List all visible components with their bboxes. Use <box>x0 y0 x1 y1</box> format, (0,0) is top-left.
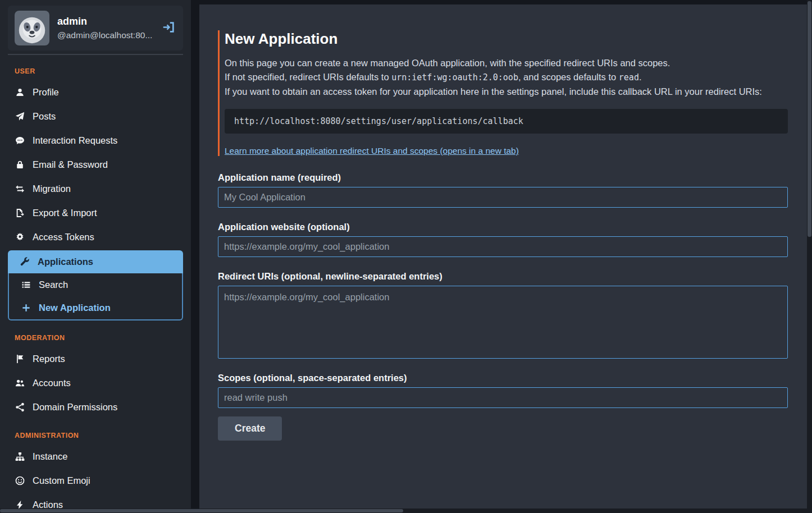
application-name-input[interactable] <box>218 187 788 208</box>
learn-more-link[interactable]: Learn more about application redirect UR… <box>225 146 519 156</box>
description-line-3: If you want to obtain an access token fo… <box>225 85 788 99</box>
sidebar-item-label: Search <box>39 280 68 290</box>
user-handle: @admin@localhost:80... <box>57 30 153 40</box>
section-label-moderation: MODERATION <box>0 322 191 347</box>
vertical-scrollbar[interactable] <box>807 0 812 513</box>
callback-url-code-block[interactable]: http://localhost:8080/settings/user/appl… <box>225 109 788 134</box>
scopes-label: Scopes (optional, space-separated entrie… <box>218 373 788 383</box>
paper-plane-icon <box>15 112 25 121</box>
inline-code-read: read <box>619 72 639 83</box>
intro-section: New Application On this page you can cre… <box>218 30 788 156</box>
sidebar-item-interaction-requests[interactable]: Interaction Requests <box>0 129 191 153</box>
sidebar-nav: USERProfilePostsInteraction RequestsEmai… <box>0 55 191 513</box>
scopes-group: Scopes (optional, space-separated entrie… <box>218 373 788 408</box>
sidebar-item-label: Domain Permissions <box>33 402 117 413</box>
sidebar-item-label: Applications <box>38 256 93 267</box>
logout-button[interactable] <box>161 19 176 38</box>
nav-children: SearchNew Application <box>8 273 183 320</box>
sidebar-item-label: Access Tokens <box>33 232 94 242</box>
exchange-icon <box>15 184 25 194</box>
application-name-label: Application name (required) <box>218 172 788 183</box>
scopes-input[interactable] <box>218 387 788 408</box>
main-content: New Application On this page you can cre… <box>199 4 807 509</box>
sidebar-item-access-tokens[interactable]: Access Tokens <box>0 225 191 249</box>
sidebar-item-label: Accounts <box>33 378 71 388</box>
sidebar-item-email-password[interactable]: Email & Password <box>0 153 191 177</box>
sloth-avatar-image <box>15 11 49 45</box>
vertical-scrollbar-thumb[interactable] <box>808 1 811 237</box>
page-title: New Application <box>225 30 788 48</box>
sidebar-item-search[interactable]: Search <box>9 273 182 296</box>
nav-group-applications: ApplicationsSearchNew Application <box>8 250 183 320</box>
redirect-uris-label: Redirect URIs (optional, newline-separat… <box>218 271 788 282</box>
sidebar-item-label: Instance <box>33 451 67 462</box>
sitemap-icon <box>15 452 25 461</box>
description-line-2: If not specified, redirect URIs defaults… <box>225 70 788 85</box>
section-label-user: USER <box>0 55 191 80</box>
sidebar-item-label: New Application <box>39 303 111 313</box>
sidebar-item-posts[interactable]: Posts <box>0 104 191 129</box>
sidebar-item-applications[interactable]: Applications <box>8 250 183 273</box>
section-label-administration: ADMINISTRATION <box>0 419 191 445</box>
sidebar-item-label: Posts <box>33 111 56 122</box>
comments-icon <box>15 136 25 145</box>
plus-icon <box>21 303 31 313</box>
share-nodes-icon <box>15 402 25 412</box>
application-website-group: Application website (optional) <box>218 222 788 257</box>
application-name-group: Application name (required) <box>218 172 788 208</box>
lock-icon <box>15 160 25 170</box>
username: admin <box>57 16 153 28</box>
horizontal-scrollbar-thumb[interactable] <box>0 509 403 512</box>
description-text: , and scopes defaults to <box>518 72 619 82</box>
description-text: . <box>639 72 642 82</box>
users-icon <box>15 378 25 388</box>
certificate-icon <box>15 232 25 242</box>
new-application-form: Application name (required) Application … <box>218 172 788 441</box>
sidebar-item-label: Email & Password <box>33 159 108 170</box>
user-card: admin @admin@localhost:80... <box>8 6 183 51</box>
list-icon <box>21 280 31 290</box>
file-export-icon <box>15 208 25 218</box>
user-avatar[interactable] <box>15 11 49 45</box>
application-website-label: Application website (optional) <box>218 222 788 232</box>
sidebar-item-profile[interactable]: Profile <box>0 80 191 104</box>
sign-out-icon <box>162 26 175 35</box>
sidebar-item-instance[interactable]: Instance <box>0 445 191 469</box>
redirect-uris-group: Redirect URIs (optional, newline-separat… <box>218 271 788 359</box>
sidebar-item-label: Migration <box>33 184 71 194</box>
sidebar-item-label: Interaction Requests <box>33 135 117 146</box>
horizontal-scrollbar[interactable] <box>0 509 812 513</box>
sidebar-item-migration[interactable]: Migration <box>0 177 191 201</box>
user-icon <box>15 88 25 97</box>
sidebar-item-label: Reports <box>33 354 65 364</box>
redirect-uris-textarea[interactable] <box>218 286 788 359</box>
description-text: If not specified, redirect URIs defaults… <box>225 72 391 82</box>
application-website-input[interactable] <box>218 236 788 257</box>
sidebar-item-export-import[interactable]: Export & Import <box>0 201 191 225</box>
page-description: On this page you can create a new manage… <box>225 56 788 99</box>
sidebar-item-label: Export & Import <box>33 208 97 218</box>
create-button[interactable]: Create <box>218 416 282 441</box>
inline-code-oob: urn:ietf:wg:oauth:2.0:oob <box>391 72 518 83</box>
sidebar-item-custom-emoji[interactable]: Custom Emoji <box>0 469 191 493</box>
sidebar-item-reports[interactable]: Reports <box>0 347 191 371</box>
sidebar-item-new-application[interactable]: New Application <box>9 296 182 319</box>
smile-icon <box>15 476 25 485</box>
sidebar-item-label: Custom Emoji <box>33 475 90 486</box>
flag-icon <box>15 354 25 364</box>
sidebar-item-label: Profile <box>33 87 59 98</box>
wrench-icon <box>20 257 30 267</box>
sidebar-item-domain-permissions[interactable]: Domain Permissions <box>0 395 191 419</box>
sidebar: admin @admin@localhost:80... USERProfile… <box>0 0 191 513</box>
user-info: admin @admin@localhost:80... <box>57 16 153 40</box>
callback-url: http://localhost:8080/settings/user/appl… <box>234 116 523 126</box>
description-line-1: On this page you can create a new manage… <box>225 56 788 70</box>
sidebar-item-accounts[interactable]: Accounts <box>0 371 191 395</box>
